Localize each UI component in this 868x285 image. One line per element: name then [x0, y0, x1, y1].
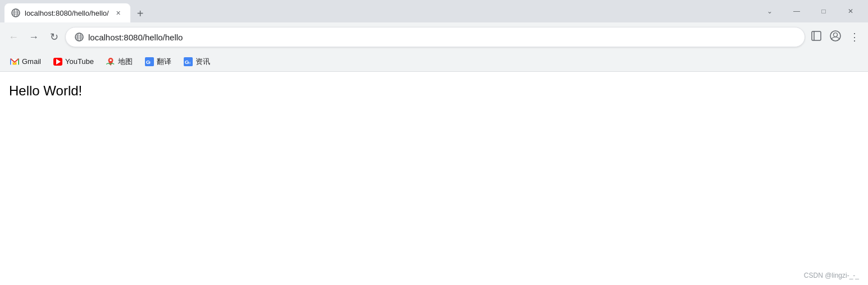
bookmarks-bar: Gmail YouTube 地图 G T 翻译 — [0, 52, 868, 72]
svg-rect-10 — [812, 31, 821, 40]
news-icon: G N — [184, 57, 193, 66]
tab-favicon — [11, 8, 20, 17]
tab-title: localhost:8080/hello/hello/ — [25, 9, 109, 17]
maps-icon — [106, 57, 115, 66]
maximize-button[interactable]: □ — [811, 2, 837, 20]
back-button[interactable]: ← — [4, 28, 22, 46]
bookmark-gmail-label: Gmail — [22, 57, 41, 66]
svg-point-14 — [110, 59, 112, 61]
svg-text:T: T — [149, 60, 151, 64]
bookmark-news-label: 资讯 — [196, 57, 210, 67]
bookmark-gmail[interactable]: Gmail — [4, 55, 47, 68]
tabs-search-button[interactable]: ⌄ — [757, 2, 783, 20]
more-icon: ⋮ — [849, 31, 860, 43]
forward-button[interactable]: → — [25, 28, 43, 46]
watermark: CSDN @lingzi-_-_ — [804, 272, 859, 279]
back-icon: ← — [8, 31, 19, 43]
bookmark-youtube[interactable]: YouTube — [48, 55, 99, 68]
tab-strip: localhost:8080/hello/hello/ × + — [4, 0, 757, 22]
address-input[interactable] — [88, 33, 796, 42]
bookmark-translate-label: 翻译 — [157, 57, 171, 67]
forward-icon: → — [29, 31, 39, 43]
window-controls: ⌄ — □ ✕ — [757, 2, 864, 20]
address-bar[interactable] — [65, 27, 805, 47]
bookmark-maps-label: 地图 — [118, 57, 133, 67]
new-tab-button[interactable]: + — [133, 6, 148, 21]
more-button[interactable]: ⋮ — [846, 28, 864, 46]
translate-icon: G T — [145, 57, 154, 66]
bookmark-news[interactable]: G N 资讯 — [178, 54, 216, 69]
sidebar-icon — [811, 31, 821, 43]
bookmark-youtube-label: YouTube — [65, 57, 94, 66]
tab-close-button[interactable]: × — [113, 8, 124, 18]
svg-text:N: N — [188, 61, 190, 64]
bookmark-translate[interactable]: G T 翻译 — [139, 54, 177, 69]
hello-world-text: Hello World! — [9, 83, 859, 99]
svg-point-13 — [834, 33, 838, 36]
minimize-button[interactable]: — — [784, 2, 810, 20]
bookmark-maps[interactable]: 地图 — [101, 54, 138, 69]
address-favicon — [75, 33, 84, 42]
gmail-icon — [10, 57, 19, 66]
reload-button[interactable]: ↻ — [45, 28, 63, 46]
toolbar: ← → ↻ — [0, 22, 868, 52]
youtube-icon — [53, 57, 62, 66]
page-content: Hello World! CSDN @lingzi-_-_ — [0, 72, 868, 285]
reload-icon: ↻ — [50, 31, 58, 43]
active-tab[interactable]: localhost:8080/hello/hello/ × — [4, 3, 130, 22]
toolbar-right: ⋮ — [807, 28, 864, 46]
title-bar: localhost:8080/hello/hello/ × + ⌄ — □ ✕ — [0, 0, 868, 22]
sidebar-button[interactable] — [807, 28, 825, 46]
profile-button[interactable] — [826, 28, 844, 46]
close-button[interactable]: ✕ — [838, 2, 864, 20]
svg-point-12 — [830, 31, 840, 41]
profile-icon — [830, 30, 841, 44]
